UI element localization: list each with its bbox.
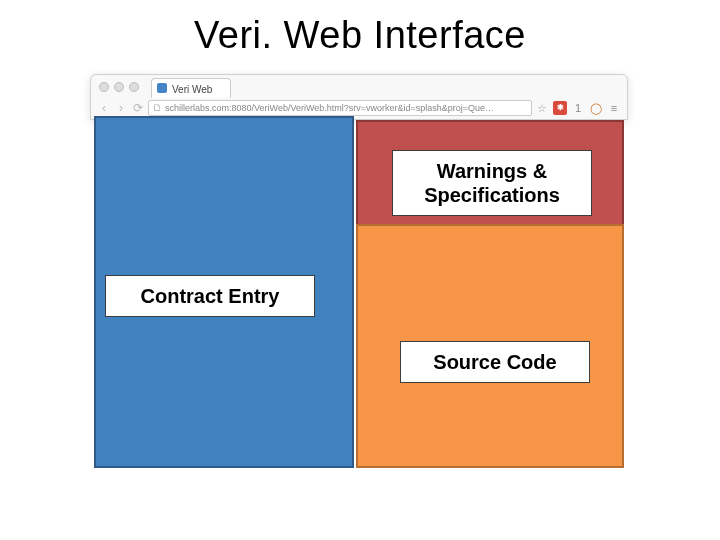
close-icon[interactable]	[99, 82, 109, 92]
menu-icon[interactable]: ≡	[607, 101, 621, 115]
tab-title: Veri Web	[172, 84, 212, 95]
bookmark-star-icon[interactable]: ☆	[535, 101, 549, 115]
page-icon: 🗋	[153, 103, 162, 113]
address-row: ‹ › ⟳ 🗋 schillerlabs.com:8080/VeriWeb/Ve…	[97, 99, 621, 117]
url-text: schillerlabs.com:8080/VeriWeb/VeriWeb.ht…	[165, 103, 494, 113]
zoom-icon[interactable]	[129, 82, 139, 92]
forward-icon[interactable]: ›	[114, 101, 128, 115]
extension-one-icon[interactable]: 1	[571, 101, 585, 115]
label-source: Source Code	[400, 341, 590, 383]
back-icon[interactable]: ‹	[97, 101, 111, 115]
address-bar[interactable]: 🗋 schillerlabs.com:8080/VeriWeb/VeriWeb.…	[148, 100, 532, 116]
browser-chrome: Veri Web ‹ › ⟳ 🗋 schillerlabs.com:8080/V…	[90, 74, 628, 120]
label-warnings: Warnings & Specifications	[392, 150, 592, 216]
reload-icon[interactable]: ⟳	[131, 101, 145, 115]
shield-icon[interactable]: ◯	[589, 101, 603, 115]
page-title: Veri. Web Interface	[0, 0, 720, 65]
slide: Veri. Web Interface Veri Web ‹ › ⟳ 🗋 sch…	[0, 0, 720, 540]
label-contract: Contract Entry	[105, 275, 315, 317]
window-controls	[99, 82, 139, 92]
browser-tab[interactable]: Veri Web	[151, 78, 231, 98]
extension-block-icon[interactable]: ✱	[553, 101, 567, 115]
toolbar-icons: ☆ ✱ 1 ◯ ≡	[535, 101, 621, 115]
minimize-icon[interactable]	[114, 82, 124, 92]
